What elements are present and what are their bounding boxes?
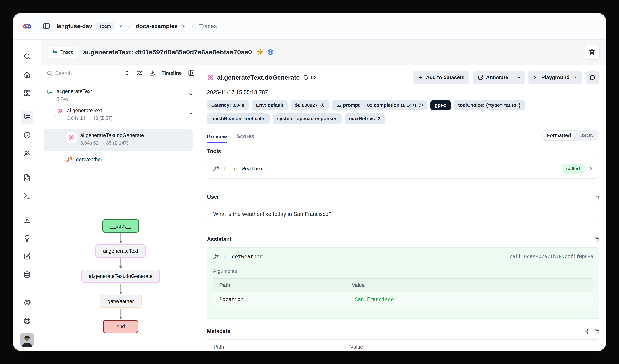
trace-type-badge: Trace — [48, 47, 78, 58]
generation-icon — [207, 74, 214, 81]
trace-badge-label: Trace — [60, 49, 74, 55]
cost-badge[interactable]: $0.000927 — [291, 100, 329, 110]
chevron-down-icon[interactable] — [181, 24, 186, 29]
comment-bubble-icon — [590, 75, 595, 81]
metadata-heading: Metadata — [207, 328, 231, 334]
tokens-badge[interactable]: 62 prompt → 85 completion (Σ 147) — [332, 100, 428, 110]
chevron-down-icon[interactable] — [188, 111, 194, 116]
graph-node-end[interactable]: __end__ — [103, 320, 139, 333]
avatar[interactable] — [20, 333, 34, 347]
tools-heading: Tools — [207, 148, 599, 154]
trace-graph: __start__ ai.generateText ai.generateTex… — [42, 198, 200, 351]
tool-name: 1. getWeather — [223, 166, 263, 172]
finishreason-badge: finishReason: tool-calls — [207, 113, 270, 124]
sidebar-toggle-icon[interactable] — [41, 21, 52, 31]
download-icon[interactable] — [149, 70, 155, 76]
tree-row-meta: 3.04s 14 → 43 (Σ 57) — [67, 116, 113, 121]
comments-button[interactable] — [586, 70, 599, 84]
annotation-icon[interactable] — [21, 250, 33, 263]
tree-row-trace[interactable]: ai.generateText 3.04s — [46, 89, 92, 101]
favorite-star-icon[interactable] — [257, 49, 264, 56]
playground-button[interactable]: Playground — [528, 70, 582, 84]
tree-guide — [54, 115, 56, 116]
graph-node-dogenerate[interactable]: ai.generateText.doGenerate — [81, 270, 160, 283]
latency-badge: Latency: 3.04s — [207, 100, 249, 110]
sessions-clock-icon[interactable] — [21, 129, 33, 142]
detail-tabs: Preview Scores Formatted JSON — [200, 124, 606, 143]
copy-icon[interactable] — [594, 194, 599, 200]
graph-arrow-icon — [119, 233, 123, 244]
user-message: What is the weather like today in San Fr… — [207, 205, 599, 223]
breadcrumb-page[interactable]: Traces — [199, 23, 217, 29]
tree-row-generation[interactable]: ai.generateText 3.04s 14 → 43 (Σ 57) — [57, 108, 113, 121]
tab-scores[interactable]: Scores — [237, 133, 254, 143]
home-icon[interactable] — [21, 68, 33, 81]
tracing-icon[interactable] — [21, 111, 33, 123]
chevron-down-icon — [517, 75, 521, 80]
graph-node-getweather[interactable]: getWeather — [100, 295, 141, 308]
breadcrumb-project[interactable]: langfuse-dev — [56, 23, 92, 29]
dashboards-icon[interactable] — [21, 86, 33, 99]
tree-row-dogenerate-selected[interactable]: ai.generateText.doGenerate 3.04s 62 → 85… — [66, 132, 144, 145]
model-badge[interactable]: gpt-5 — [430, 100, 451, 110]
table-row: location "San Francisco" — [213, 292, 593, 307]
graph-node-start[interactable]: __start__ — [102, 219, 139, 232]
insights-lightbulb-icon[interactable] — [21, 232, 33, 245]
column-path: Path — [207, 344, 350, 350]
search-icon[interactable] — [21, 50, 33, 63]
breadcrumb-separator — [127, 23, 132, 29]
tree-row-getweather[interactable]: getWeather — [66, 156, 102, 163]
view-options-sliders-icon[interactable] — [136, 70, 143, 76]
toggle-formatted[interactable]: Formatted — [542, 131, 576, 140]
annotate-button[interactable]: Annotate — [473, 70, 513, 84]
tool-definition-row[interactable]: 1. getWeather called — [207, 159, 599, 178]
table-header-row: Path Value — [213, 279, 593, 292]
copy-icon[interactable] — [303, 75, 308, 80]
timeline-toggle[interactable]: Timeline — [162, 70, 182, 76]
annotate-dropdown-button[interactable] — [513, 70, 525, 84]
info-icon — [418, 103, 423, 108]
chevron-down-icon[interactable] — [118, 24, 123, 29]
column-path: Path — [213, 282, 352, 288]
collapse-panel-icon[interactable] — [188, 69, 195, 77]
add-to-datasets-button[interactable]: Add to datasets — [413, 70, 469, 84]
env-badge: Env: default — [252, 100, 288, 110]
scores-percent-icon[interactable] — [21, 214, 33, 227]
delete-trace-button[interactable] — [585, 44, 600, 60]
trace-tree-panel: Search Timeline — [42, 65, 200, 351]
settings-gear-icon[interactable] — [21, 296, 33, 309]
copy-icon[interactable] — [594, 237, 599, 242]
generation-icon — [57, 108, 63, 115]
tree-row-label: ai.generateText — [57, 89, 92, 94]
tree-guide — [64, 160, 66, 161]
trash-icon — [589, 49, 595, 55]
chevron-right-icon[interactable] — [589, 166, 593, 171]
arg-value: "San Francisco" — [352, 297, 593, 302]
toggle-json[interactable]: JSON — [576, 131, 598, 140]
support-lifebuoy-icon[interactable] — [21, 314, 33, 327]
trace-title: ai.generateText: df41e597d0a85e0d7a6ae8e… — [83, 48, 252, 56]
tab-preview[interactable]: Preview — [207, 134, 227, 143]
nav-rail — [13, 40, 42, 351]
users-icon[interactable] — [21, 147, 33, 160]
collapse-all-icon[interactable] — [124, 70, 130, 76]
playground-terminal-icon[interactable] — [21, 189, 33, 202]
public-globe-icon[interactable] — [267, 49, 274, 56]
observation-tree: ai.generateText 3.04s ai.generateText 3.… — [42, 81, 200, 198]
preview-content: Tools 1. getWeather called User — [200, 143, 606, 351]
search-input[interactable]: Search — [55, 70, 72, 76]
expand-fold-icon[interactable] — [585, 328, 590, 334]
trace-tree-icon — [46, 89, 53, 95]
breadcrumb-section[interactable]: docs-examples — [136, 23, 178, 29]
langfuse-logo[interactable] — [13, 21, 41, 31]
wrench-icon — [213, 165, 219, 172]
pen-square-icon — [478, 75, 483, 80]
graph-arrow-icon — [119, 258, 123, 269]
copy-icon[interactable] — [594, 329, 599, 334]
trace-header-bar: Trace ai.generateText: df41e597d0a85e0d7… — [42, 40, 606, 65]
graph-node-generatetext[interactable]: ai.generateText — [96, 244, 146, 258]
datasets-database-icon[interactable] — [21, 268, 33, 281]
copy-id-label[interactable]: ID — [311, 75, 316, 80]
chevron-down-icon[interactable] — [188, 92, 194, 97]
prompts-file-code-icon[interactable] — [21, 171, 33, 184]
